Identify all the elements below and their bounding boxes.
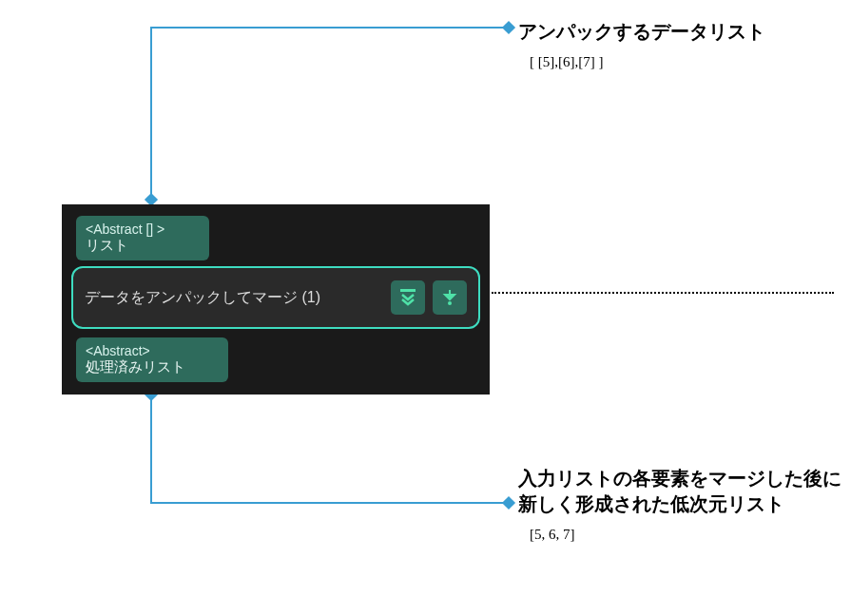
arrow-down-to-dot-icon	[440, 288, 459, 307]
dotted-connector-line	[492, 292, 834, 294]
connector-top-vertical	[150, 27, 152, 198]
output-port-label: 処理済みリスト	[86, 358, 219, 376]
connector-bottom-end-marker	[502, 496, 515, 510]
annotation-input: アンパックするデータリスト [ [5],[6],[7] ]	[518, 19, 841, 70]
input-port-type: <Abstract [] >	[86, 221, 200, 237]
double-chevron-down-icon	[398, 288, 417, 307]
node-main-label: データをアンパックしてマージ (1)	[85, 288, 383, 308]
annotation-input-title: アンパックするデータリスト	[518, 19, 841, 45]
input-port-label: リスト	[86, 237, 200, 255]
connector-top-horizontal	[150, 27, 507, 29]
annotation-input-code: [ [5],[6],[7] ]	[530, 54, 841, 70]
connector-bottom-horizontal	[150, 502, 507, 504]
insert-down-button[interactable]	[433, 280, 467, 315]
connector-bottom-vertical	[150, 395, 152, 504]
node-main-bar[interactable]: データをアンパックしてマージ (1)	[71, 266, 480, 329]
output-port-type: <Abstract>	[86, 343, 219, 358]
connector-top-end-marker	[502, 21, 515, 34]
input-port[interactable]: <Abstract [] > リスト	[76, 216, 209, 260]
annotation-output: 入力リストの各要素をマージした後に新しく形成された低次元リスト [5, 6, 7…	[518, 466, 841, 543]
svg-point-1	[448, 301, 452, 305]
svg-rect-0	[400, 289, 416, 292]
output-port[interactable]: <Abstract> 処理済みリスト	[76, 337, 228, 382]
annotation-output-title: 入力リストの各要素をマージした後に新しく形成された低次元リスト	[518, 466, 841, 517]
diagram-container: アンパックするデータリスト [ [5],[6],[7] ] 入力リストの各要素を…	[0, 0, 851, 616]
node-block: <Abstract [] > リスト データをアンパックしてマージ (1) <A…	[62, 204, 490, 395]
annotation-output-code: [5, 6, 7]	[530, 527, 841, 543]
expand-down-button[interactable]	[391, 280, 425, 315]
